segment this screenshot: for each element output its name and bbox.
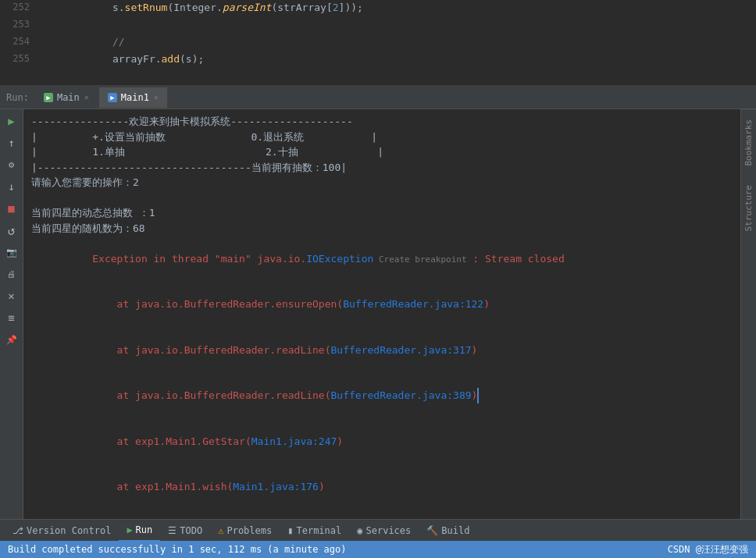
bottom-toolbar: ⎇ Version Control ▶ Run ☰ TODO ⚠ Problem… (0, 519, 756, 541)
code-line-252: 252 s.setRnum(Integer.parseInt(strArray[… (0, 0, 756, 17)
list-button[interactable]: ≡ (3, 309, 20, 326)
terminal-label: Terminal (296, 525, 341, 536)
console-line-6 (31, 190, 733, 206)
console-stack-3: at java.io.BufferedReader.readLine(Buffe… (31, 373, 733, 419)
version-control-label: Version Control (27, 525, 111, 536)
stack-suffix-5: ) (319, 481, 325, 492)
build-icon: 🔨 (426, 525, 438, 536)
services-tab[interactable]: ◉ Services (349, 520, 419, 542)
print-button[interactable]: 🖨 (3, 265, 20, 283)
todo-label: TODO (180, 525, 202, 536)
code-line-254: 254 // (0, 34, 756, 52)
create-breakpoint[interactable]: Create breakpoint (373, 254, 466, 265)
stack-link-1[interactable]: BufferedReader.java:122 (343, 298, 483, 310)
code-lines: 252 s.setRnum(Integer.parseInt(strArray[… (0, 0, 756, 69)
exception-suffix: : Stream closed (467, 253, 565, 265)
run-tab-label: Run (136, 524, 153, 535)
line-content-253 (39, 17, 45, 30)
tab-main[interactable]: ▶ Main ✕ (35, 87, 98, 108)
problems-label: Problems (226, 525, 272, 536)
line-num-253: 253 (0, 17, 39, 30)
code-line-253: 253 (0, 17, 756, 34)
console-stack-4: at exp1.Main1.GetStar(Main1.java:247) (31, 418, 733, 464)
console-line-exception: Exception in thread "main" java.io.IOExc… (31, 236, 733, 282)
ioexception-link[interactable]: IOException (306, 253, 373, 265)
stack-link-4[interactable]: Main1.java:247 (251, 435, 337, 447)
console-line-5: 请输入您需要的操作：2 (31, 175, 733, 190)
line-content-254: // (39, 34, 125, 48)
stack-link-3[interactable]: BufferedReader.java:389 (331, 389, 472, 401)
services-icon: ◉ (357, 525, 362, 536)
console-line-7: 当前四星的动态总抽数 ：1 (31, 205, 733, 221)
run-tab[interactable]: ▶ Run (119, 520, 160, 542)
status-text: Build completed successfully in 1 sec, 1… (8, 544, 346, 555)
run-label: Run: (6, 92, 29, 103)
console-stack-6: at exp1.Main1.menu(Main1.java:156) (31, 510, 733, 519)
close-run-button[interactable]: ✕ (3, 287, 20, 304)
stack-suffix-1: ) (483, 298, 490, 310)
version-control-icon: ⎇ (12, 525, 23, 536)
line-num-254: 254 (0, 34, 39, 47)
console-output[interactable]: ----------------欢迎来到抽卡模拟系统--------------… (23, 109, 740, 519)
problems-tab[interactable]: ⚠ Problems (210, 520, 280, 542)
console-line-1: ----------------欢迎来到抽卡模拟系统--------------… (31, 114, 733, 130)
console-wrapper: ▶ ↑ ⚙ ↓ ■ ↺ 📷 🖨 ✕ ≡ 📌 ----------------欢迎… (0, 109, 756, 519)
camera-button[interactable]: 📷 (3, 243, 20, 261)
rerun-button[interactable]: ↺ (3, 222, 20, 239)
status-bar: Build completed successfully in 1 sec, 1… (0, 541, 756, 558)
tab-main1-label: Main1 (121, 92, 149, 103)
main1-tab-icon: ▶ (108, 93, 117, 102)
line-content-252: s.setRnum(Integer.parseInt(strArray[2]))… (39, 0, 363, 13)
stack-suffix-3: ) (472, 389, 478, 401)
version-control-tab[interactable]: ⎇ Version Control (5, 520, 119, 542)
run-panel: Run: ▶ Main ✕ ▶ Main1 ✕ ▶ ↑ ⚙ ↓ ■ ↺ 📷 (0, 86, 756, 519)
console-line-8: 当前四星的随机数为：68 (31, 221, 733, 236)
settings-button[interactable]: ⚙ (3, 156, 20, 173)
run-tab-icon: ▶ (127, 524, 132, 535)
run-button[interactable]: ▶ (3, 112, 20, 130)
console-line-2: | +.设置当前抽数 0.退出系统 | (31, 130, 733, 145)
console-stack-1: at java.io.BufferedReader.ensureOpen(Buf… (31, 282, 733, 328)
stack-prefix-1: at java.io.BufferedReader.ensureOpen( (92, 298, 343, 310)
terminal-tab[interactable]: ▮ Terminal (280, 520, 349, 542)
stack-suffix-2: ) (472, 344, 478, 356)
main-tab-icon: ▶ (44, 93, 53, 102)
stack-prefix-5: at exp1.Main1.wish( (92, 481, 233, 492)
stack-suffix-4: ) (337, 435, 343, 447)
todo-tab[interactable]: ☰ TODO (160, 520, 210, 542)
build-label: Build (441, 525, 469, 536)
console-line-4: |-----------------------------------当前拥有… (31, 160, 733, 176)
console-stack-5: at exp1.Main1.wish(Main1.java:176) (31, 464, 733, 510)
stack-prefix-3: at java.io.BufferedReader.readLine( (92, 389, 330, 401)
stack-link-2[interactable]: BufferedReader.java:317 (331, 344, 472, 356)
exception-prefix: Exception in thread "main" java.io. (92, 253, 306, 265)
tab-main-close[interactable]: ✕ (84, 93, 89, 101)
tab-main1-close[interactable]: ✕ (154, 93, 159, 101)
todo-icon: ☰ (168, 525, 177, 536)
stack-prefix-4: at exp1.Main1.GetStar( (92, 435, 251, 447)
console-stack-2: at java.io.BufferedReader.readLine(Buffe… (31, 327, 733, 373)
scroll-up-button[interactable]: ↑ (3, 134, 20, 151)
code-editor: 252 s.setRnum(Integer.parseInt(strArray[… (0, 0, 756, 86)
stop-button[interactable]: ■ (3, 200, 20, 217)
run-tabs: Run: ▶ Main ✕ ▶ Main1 ✕ (0, 86, 756, 109)
code-line-255: 255 arrayFr.add(s); (0, 52, 756, 69)
problems-icon: ⚠ (218, 525, 223, 536)
tab-main-label: Main (57, 92, 80, 103)
bookmarks-label[interactable]: Bookmarks (741, 109, 756, 176)
pin-button[interactable]: 📌 (3, 331, 20, 348)
csdn-credit: CSDN @汪汪想变强 (668, 543, 748, 556)
console-line-3: | 1.单抽 2.十抽 | (31, 144, 733, 160)
terminal-icon: ▮ (287, 525, 293, 536)
stack-link-5[interactable]: Main1.java:176 (233, 481, 319, 492)
line-num-252: 252 (0, 0, 39, 12)
build-tab[interactable]: 🔨 Build (419, 520, 477, 542)
left-toolbar: ▶ ↑ ⚙ ↓ ■ ↺ 📷 🖨 ✕ ≡ 📌 (0, 109, 23, 519)
structure-label[interactable]: Structure (741, 176, 756, 241)
scroll-down-button[interactable]: ↓ (3, 178, 20, 195)
services-label: Services (366, 525, 412, 536)
side-panel: Bookmarks Structure (740, 109, 756, 519)
line-num-255: 255 (0, 52, 39, 64)
tab-main1[interactable]: ▶ Main1 ✕ (99, 87, 167, 108)
line-content-255: arrayFr.add(s); (39, 52, 204, 65)
